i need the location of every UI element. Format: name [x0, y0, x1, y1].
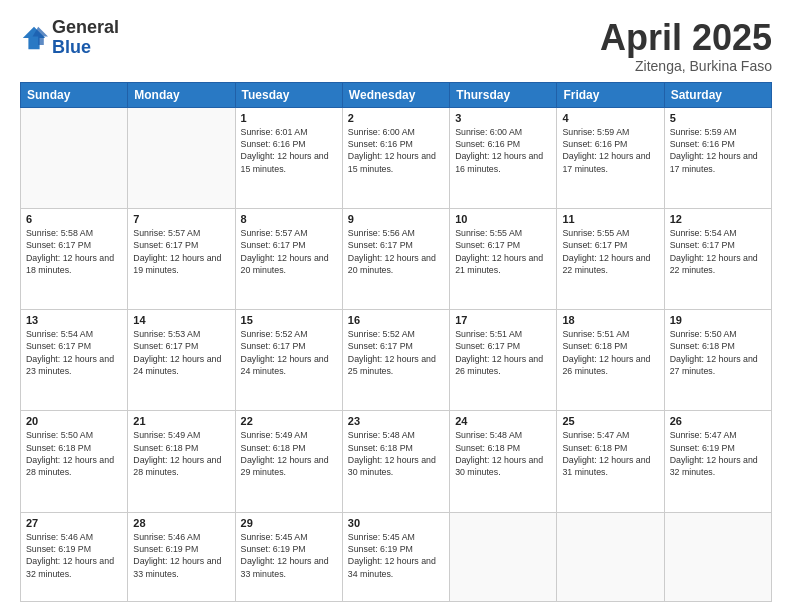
- day-info: Sunrise: 6:00 AM Sunset: 6:16 PM Dayligh…: [348, 126, 444, 175]
- weekday-header: Thursday: [450, 82, 557, 107]
- calendar-cell: 11Sunrise: 5:55 AM Sunset: 6:17 PM Dayli…: [557, 208, 664, 309]
- day-number: 28: [133, 517, 229, 529]
- calendar-week-row: 6Sunrise: 5:58 AM Sunset: 6:17 PM Daylig…: [21, 208, 772, 309]
- day-number: 29: [241, 517, 337, 529]
- calendar-cell: 15Sunrise: 5:52 AM Sunset: 6:17 PM Dayli…: [235, 310, 342, 411]
- day-number: 14: [133, 314, 229, 326]
- day-info: Sunrise: 5:46 AM Sunset: 6:19 PM Dayligh…: [26, 531, 122, 580]
- calendar-cell: 4Sunrise: 5:59 AM Sunset: 6:16 PM Daylig…: [557, 107, 664, 208]
- day-info: Sunrise: 5:48 AM Sunset: 6:18 PM Dayligh…: [455, 429, 551, 478]
- logo-general: General: [52, 18, 119, 38]
- day-info: Sunrise: 6:00 AM Sunset: 6:16 PM Dayligh…: [455, 126, 551, 175]
- calendar-week-row: 13Sunrise: 5:54 AM Sunset: 6:17 PM Dayli…: [21, 310, 772, 411]
- day-info: Sunrise: 5:47 AM Sunset: 6:18 PM Dayligh…: [562, 429, 658, 478]
- day-info: Sunrise: 6:01 AM Sunset: 6:16 PM Dayligh…: [241, 126, 337, 175]
- day-number: 4: [562, 112, 658, 124]
- calendar-cell: 29Sunrise: 5:45 AM Sunset: 6:19 PM Dayli…: [235, 512, 342, 601]
- day-number: 16: [348, 314, 444, 326]
- calendar-cell: 25Sunrise: 5:47 AM Sunset: 6:18 PM Dayli…: [557, 411, 664, 512]
- day-number: 5: [670, 112, 766, 124]
- calendar-cell: 20Sunrise: 5:50 AM Sunset: 6:18 PM Dayli…: [21, 411, 128, 512]
- calendar-cell: 16Sunrise: 5:52 AM Sunset: 6:17 PM Dayli…: [342, 310, 449, 411]
- title-block: April 2025 Zitenga, Burkina Faso: [600, 18, 772, 74]
- day-info: Sunrise: 5:57 AM Sunset: 6:17 PM Dayligh…: [241, 227, 337, 276]
- calendar: SundayMondayTuesdayWednesdayThursdayFrid…: [20, 82, 772, 602]
- day-number: 22: [241, 415, 337, 427]
- day-info: Sunrise: 5:50 AM Sunset: 6:18 PM Dayligh…: [670, 328, 766, 377]
- day-info: Sunrise: 5:59 AM Sunset: 6:16 PM Dayligh…: [562, 126, 658, 175]
- day-info: Sunrise: 5:58 AM Sunset: 6:17 PM Dayligh…: [26, 227, 122, 276]
- subtitle: Zitenga, Burkina Faso: [600, 58, 772, 74]
- calendar-cell: 12Sunrise: 5:54 AM Sunset: 6:17 PM Dayli…: [664, 208, 771, 309]
- day-number: 19: [670, 314, 766, 326]
- day-info: Sunrise: 5:51 AM Sunset: 6:17 PM Dayligh…: [455, 328, 551, 377]
- calendar-week-row: 20Sunrise: 5:50 AM Sunset: 6:18 PM Dayli…: [21, 411, 772, 512]
- calendar-cell: 24Sunrise: 5:48 AM Sunset: 6:18 PM Dayli…: [450, 411, 557, 512]
- calendar-cell: 18Sunrise: 5:51 AM Sunset: 6:18 PM Dayli…: [557, 310, 664, 411]
- weekday-header: Friday: [557, 82, 664, 107]
- calendar-cell: 21Sunrise: 5:49 AM Sunset: 6:18 PM Dayli…: [128, 411, 235, 512]
- logo-blue: Blue: [52, 38, 119, 58]
- day-number: 12: [670, 213, 766, 225]
- calendar-cell: 3Sunrise: 6:00 AM Sunset: 6:16 PM Daylig…: [450, 107, 557, 208]
- day-number: 13: [26, 314, 122, 326]
- day-number: 17: [455, 314, 551, 326]
- calendar-cell: 10Sunrise: 5:55 AM Sunset: 6:17 PM Dayli…: [450, 208, 557, 309]
- day-number: 7: [133, 213, 229, 225]
- main-title: April 2025: [600, 18, 772, 58]
- day-info: Sunrise: 5:52 AM Sunset: 6:17 PM Dayligh…: [348, 328, 444, 377]
- day-number: 20: [26, 415, 122, 427]
- day-info: Sunrise: 5:56 AM Sunset: 6:17 PM Dayligh…: [348, 227, 444, 276]
- calendar-cell: 26Sunrise: 5:47 AM Sunset: 6:19 PM Dayli…: [664, 411, 771, 512]
- day-number: 18: [562, 314, 658, 326]
- calendar-cell: [664, 512, 771, 601]
- calendar-cell: 30Sunrise: 5:45 AM Sunset: 6:19 PM Dayli…: [342, 512, 449, 601]
- day-number: 30: [348, 517, 444, 529]
- calendar-cell: 6Sunrise: 5:58 AM Sunset: 6:17 PM Daylig…: [21, 208, 128, 309]
- logo: General Blue: [20, 18, 119, 58]
- calendar-cell: 28Sunrise: 5:46 AM Sunset: 6:19 PM Dayli…: [128, 512, 235, 601]
- calendar-cell: 8Sunrise: 5:57 AM Sunset: 6:17 PM Daylig…: [235, 208, 342, 309]
- day-number: 9: [348, 213, 444, 225]
- day-info: Sunrise: 5:59 AM Sunset: 6:16 PM Dayligh…: [670, 126, 766, 175]
- day-number: 23: [348, 415, 444, 427]
- day-info: Sunrise: 5:50 AM Sunset: 6:18 PM Dayligh…: [26, 429, 122, 478]
- calendar-cell: 7Sunrise: 5:57 AM Sunset: 6:17 PM Daylig…: [128, 208, 235, 309]
- day-number: 25: [562, 415, 658, 427]
- calendar-week-row: 1Sunrise: 6:01 AM Sunset: 6:16 PM Daylig…: [21, 107, 772, 208]
- calendar-cell: 27Sunrise: 5:46 AM Sunset: 6:19 PM Dayli…: [21, 512, 128, 601]
- calendar-cell: [128, 107, 235, 208]
- calendar-week-row: 27Sunrise: 5:46 AM Sunset: 6:19 PM Dayli…: [21, 512, 772, 601]
- page: General Blue April 2025 Zitenga, Burkina…: [0, 0, 792, 612]
- day-info: Sunrise: 5:55 AM Sunset: 6:17 PM Dayligh…: [455, 227, 551, 276]
- day-info: Sunrise: 5:52 AM Sunset: 6:17 PM Dayligh…: [241, 328, 337, 377]
- calendar-cell: [21, 107, 128, 208]
- day-info: Sunrise: 5:54 AM Sunset: 6:17 PM Dayligh…: [26, 328, 122, 377]
- calendar-cell: 17Sunrise: 5:51 AM Sunset: 6:17 PM Dayli…: [450, 310, 557, 411]
- day-number: 10: [455, 213, 551, 225]
- day-info: Sunrise: 5:57 AM Sunset: 6:17 PM Dayligh…: [133, 227, 229, 276]
- day-info: Sunrise: 5:46 AM Sunset: 6:19 PM Dayligh…: [133, 531, 229, 580]
- weekday-header: Monday: [128, 82, 235, 107]
- calendar-cell: 22Sunrise: 5:49 AM Sunset: 6:18 PM Dayli…: [235, 411, 342, 512]
- calendar-cell: 14Sunrise: 5:53 AM Sunset: 6:17 PM Dayli…: [128, 310, 235, 411]
- day-info: Sunrise: 5:47 AM Sunset: 6:19 PM Dayligh…: [670, 429, 766, 478]
- day-number: 2: [348, 112, 444, 124]
- calendar-cell: 23Sunrise: 5:48 AM Sunset: 6:18 PM Dayli…: [342, 411, 449, 512]
- day-info: Sunrise: 5:45 AM Sunset: 6:19 PM Dayligh…: [241, 531, 337, 580]
- calendar-cell: [450, 512, 557, 601]
- day-info: Sunrise: 5:55 AM Sunset: 6:17 PM Dayligh…: [562, 227, 658, 276]
- weekday-header: Sunday: [21, 82, 128, 107]
- calendar-cell: 13Sunrise: 5:54 AM Sunset: 6:17 PM Dayli…: [21, 310, 128, 411]
- weekday-header-row: SundayMondayTuesdayWednesdayThursdayFrid…: [21, 82, 772, 107]
- day-number: 26: [670, 415, 766, 427]
- day-info: Sunrise: 5:54 AM Sunset: 6:17 PM Dayligh…: [670, 227, 766, 276]
- day-info: Sunrise: 5:45 AM Sunset: 6:19 PM Dayligh…: [348, 531, 444, 580]
- calendar-cell: 1Sunrise: 6:01 AM Sunset: 6:16 PM Daylig…: [235, 107, 342, 208]
- day-number: 11: [562, 213, 658, 225]
- day-number: 21: [133, 415, 229, 427]
- day-number: 1: [241, 112, 337, 124]
- calendar-cell: 19Sunrise: 5:50 AM Sunset: 6:18 PM Dayli…: [664, 310, 771, 411]
- day-number: 24: [455, 415, 551, 427]
- calendar-cell: 2Sunrise: 6:00 AM Sunset: 6:16 PM Daylig…: [342, 107, 449, 208]
